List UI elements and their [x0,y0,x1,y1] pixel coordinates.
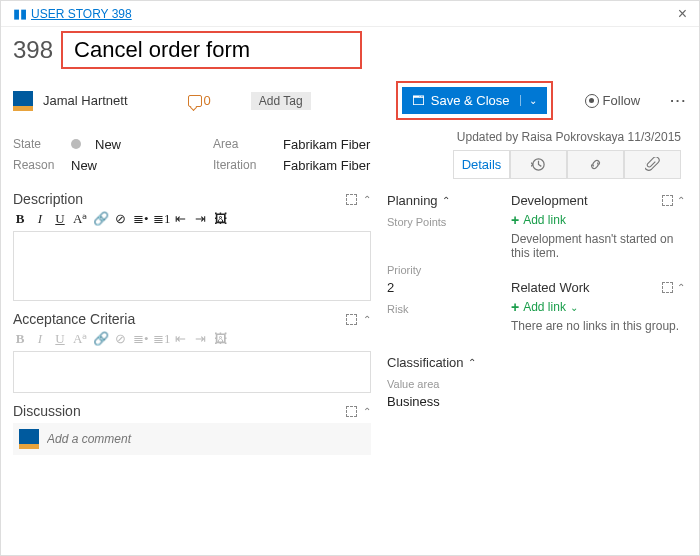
follow-button[interactable]: Follow [585,93,641,108]
development-message: Development hasn't started on this item. [511,232,685,260]
acceptance-toolbar[interactable]: BIUAᵃ🔗⊘≣•≣1⇤⇥🖼 [13,327,371,351]
tab-details[interactable]: Details [453,150,510,178]
state-value[interactable]: New [95,137,121,152]
attachment-icon [645,157,660,172]
tab-history[interactable] [510,150,567,178]
chevron-down-icon[interactable]: ⌄ [520,95,537,106]
expand-icon[interactable] [346,406,357,417]
assignee-name[interactable]: Jamal Hartnett [43,93,128,108]
area-label: Area [213,137,273,151]
tab-attachments[interactable] [624,150,681,178]
value-area-label: Value area [387,378,499,390]
expand-icon[interactable] [346,194,357,205]
expand-icon[interactable] [662,195,673,206]
link-icon [588,157,603,172]
priority-value[interactable]: 2 [387,280,499,295]
save-close-button[interactable]: 🗔 Save & Close ⌄ [402,87,547,114]
planning-heading: Planning [387,193,438,208]
add-link-related[interactable]: +Add link ⌄ [511,299,685,315]
comment-count[interactable]: 0 [188,93,211,108]
chevron-down-icon: ⌄ [570,302,578,313]
add-tag-button[interactable]: Add Tag [251,92,311,110]
collapse-icon[interactable]: ⌃ [442,195,450,206]
eye-icon [585,94,599,108]
acceptance-heading: Acceptance Criteria [13,311,135,327]
iteration-label: Iteration [213,158,273,172]
collapse-icon[interactable]: ⌃ [677,282,685,293]
state-dot-icon [71,139,81,149]
plus-icon: + [511,299,519,315]
avatar [13,91,33,111]
add-link-dev[interactable]: +Add link [511,212,685,228]
avatar [19,429,39,449]
story-points-label: Story Points [387,216,499,228]
updated-text: Updated by Raisa Pokrovskaya 11/3/2015 [457,130,687,144]
plus-icon: + [511,212,519,228]
acceptance-editor[interactable] [13,351,371,393]
risk-label: Risk [387,303,499,315]
tab-links[interactable] [567,150,624,178]
expand-icon[interactable] [662,282,673,293]
close-icon[interactable]: × [678,5,687,23]
breadcrumb-link[interactable]: USER STORY 398 [31,7,132,21]
iteration-value[interactable]: Fabrikam Fiber [283,158,370,173]
collapse-icon[interactable]: ⌃ [363,194,371,205]
save-icon: 🗔 [412,93,425,108]
description-heading: Description [13,191,83,207]
more-actions-button[interactable]: ··· [670,93,687,108]
related-message: There are no links in this group. [511,319,685,333]
description-toolbar[interactable]: BIUAᵃ🔗⊘≣•≣1⇤⇥🖼 [13,207,371,231]
value-area-value[interactable]: Business [387,394,499,409]
discussion-heading: Discussion [13,403,81,419]
reason-label: Reason [13,158,61,172]
state-label: State [13,137,61,151]
expand-icon[interactable] [346,314,357,325]
development-heading: Development [511,193,588,208]
history-icon [531,157,546,172]
priority-label: Priority [387,264,499,276]
title-input[interactable] [67,34,356,66]
book-icon: ▮▮ [13,6,27,21]
area-value[interactable]: Fabrikam Fiber [283,137,370,152]
collapse-icon[interactable]: ⌃ [468,357,476,368]
reason-value[interactable]: New [71,158,97,173]
comment-input[interactable] [47,432,365,446]
collapse-icon[interactable]: ⌃ [363,406,371,417]
comment-icon [188,95,202,107]
work-item-id: 398 [13,36,53,64]
classification-heading: Classification [387,355,464,370]
collapse-icon[interactable]: ⌃ [677,195,685,206]
collapse-icon[interactable]: ⌃ [363,314,371,325]
related-heading: Related Work [511,280,590,295]
description-editor[interactable] [13,231,371,301]
